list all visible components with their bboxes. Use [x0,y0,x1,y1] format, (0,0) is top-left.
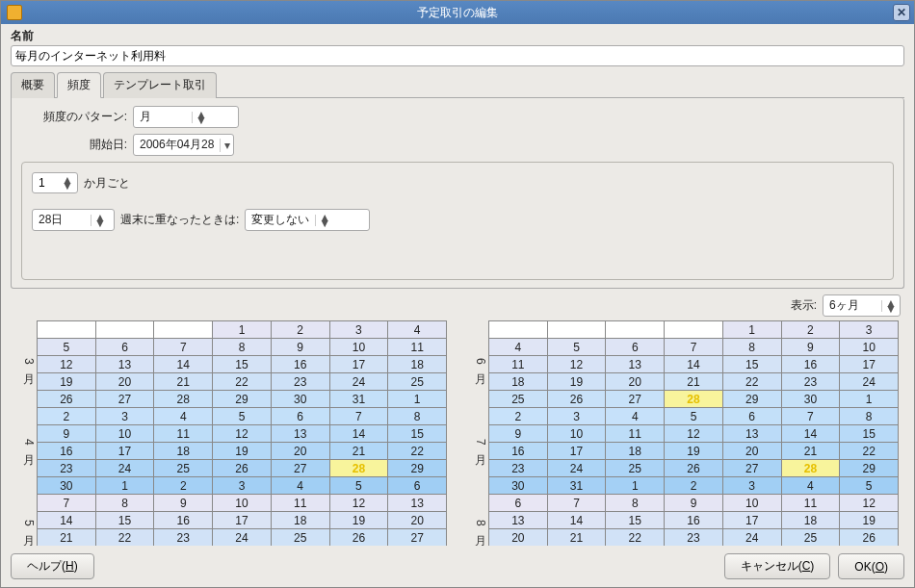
pattern-label: 頻度のパターン: [21,109,127,125]
calendar-cell: 11 [488,356,547,373]
calendar-cell: 26 [840,529,899,547]
calendar-cell: 25 [154,460,213,477]
calendar-cell: 24 [722,529,781,547]
calendar-cell: 19 [840,512,899,529]
calendar-cell: 6 [606,339,665,356]
calendar-cell: 18 [781,512,840,529]
calendar-cell: 6 [271,408,329,425]
calendar-cell: 1 [388,391,447,408]
day-select[interactable]: 28日 ▲▼ [32,209,115,231]
calendar-cell: 21 [37,529,95,547]
calendar-cell: 20 [95,373,154,391]
calendar-cell: 20 [722,443,781,460]
calendar-cell: 22 [388,443,447,460]
calendar-cell: 10 [95,425,154,443]
calendar-cell: 10 [329,339,388,356]
name-input[interactable] [11,45,904,66]
help-button[interactable]: ヘルプ(H) [11,553,94,579]
calendar-cell: 24 [95,460,154,477]
calendar-cell: 15 [213,356,272,373]
calendar-cell: 25 [606,460,665,477]
calendar-cell: 23 [781,373,840,391]
calendar-cell: 5 [547,339,606,356]
chevron-updown-icon: ▲▼ [315,215,333,226]
calendar-cell: 26 [213,460,272,477]
calendar-cell: 13 [388,495,447,512]
calendar-cell: 12 [840,495,899,512]
calendar-cell: 13 [271,425,329,443]
calendar-cell: 23 [665,529,723,547]
calendar-cell: 19 [665,443,723,460]
cancel-button[interactable]: キャンセル(C) [724,553,831,579]
calendar-cell: 7 [37,495,95,512]
calendar-cell: 18 [388,356,447,373]
calendar-cell: 10 [213,495,272,512]
calendar-cell: 15 [840,425,899,443]
calendar-cell: 4 [388,321,447,339]
calendar-cell: 22 [840,443,899,460]
tab-template[interactable]: テンプレート取引 [103,72,217,98]
calendar-cell: 7 [547,495,606,512]
calendar-cell: 7 [329,408,388,425]
start-date-field[interactable]: 2006年04月28 ▾ [133,134,234,156]
tab-frequency[interactable]: 頻度 [57,72,101,98]
month-label: 7月 [468,439,488,446]
calendar-cell: 29 [388,460,447,477]
calendar-cell: 21 [665,373,723,391]
month-label: 4月 [16,439,37,446]
calendar-cell: 11 [271,495,329,512]
calendar-cell: 25 [271,529,329,547]
calendar-cell: 26 [547,391,606,408]
calendar-cell: 19 [213,443,272,460]
every-n-spinner[interactable]: ▲▼ [32,172,78,193]
calendar-cell: 31 [547,477,606,495]
calendar-cell: 10 [840,339,899,356]
calendar-cell: 3 [547,408,606,425]
calendar-cell: 1 [606,477,665,495]
calendar-cell: 10 [722,495,781,512]
calendar-cell: 9 [665,495,723,512]
calendar-cell: 15 [388,425,447,443]
calendar-cell: 3 [722,477,781,495]
calendar-cell: 1 [722,321,781,339]
calendar-cell: 25 [388,373,447,391]
calendar-cell: 6 [722,408,781,425]
calendar-cell: 28 [154,391,213,408]
calendar-cell: 13 [606,356,665,373]
calendar-cell: 16 [781,356,840,373]
ok-button[interactable]: OK(O) [838,553,904,579]
calendar-left: 1234567891011121314151617181920212223242… [37,320,447,546]
calendar-cell: 8 [388,408,447,425]
calendar-cell [547,321,606,339]
chevron-updown-icon: ▲▼ [192,112,210,123]
calendar-cell: 6 [95,339,154,356]
weekend-label: 週末に重なったときは: [120,212,239,228]
calendar-cell: 8 [840,408,899,425]
window-title: 予定取引の編集 [1,5,914,21]
calendar-cell: 4 [154,408,213,425]
calendar-cell: 30 [271,391,329,408]
calendar-cell: 18 [606,443,665,460]
calendar-cell: 2 [271,321,329,339]
calendar-cell: 28 [329,460,388,477]
calendar-cell: 24 [840,373,899,391]
calendar-cell: 5 [665,408,723,425]
calendar-cell: 30 [488,477,547,495]
calendar-cell: 14 [154,356,213,373]
display-range-select[interactable]: 6ヶ月 ▲▼ [823,294,901,317]
calendar-cell: 10 [547,425,606,443]
weekend-select[interactable]: 変更しない ▲▼ [245,209,370,231]
calendar-cell: 19 [37,373,95,391]
name-label: 名前 [11,28,904,44]
calendar-cell: 4 [781,477,840,495]
calendar-cell: 12 [665,425,723,443]
calendar-cell: 17 [213,512,272,529]
calendar-cell: 24 [213,529,272,547]
calendar-cell: 30 [37,477,95,495]
start-label: 開始日: [21,137,127,153]
calendar-cell: 24 [329,373,388,391]
pattern-select[interactable]: 月 ▲▼ [133,106,239,128]
calendar-cell: 19 [547,373,606,391]
calendar-cell: 12 [37,356,95,373]
tab-overview[interactable]: 概要 [11,72,55,98]
